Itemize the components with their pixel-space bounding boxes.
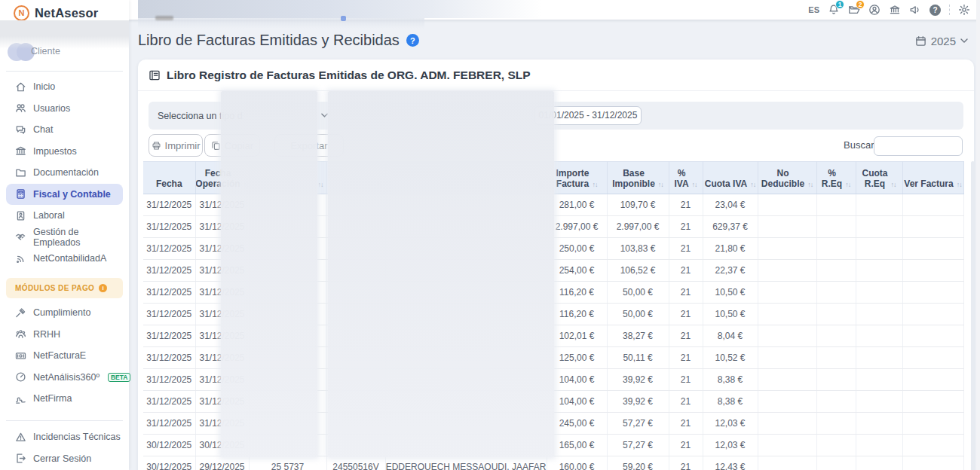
sidebar-item-chat[interactable]: Chat — [0, 119, 129, 141]
sidebar-item-usuarios[interactable]: Usuarios — [0, 98, 129, 120]
sidebar-item-netanalisis360[interactable]: NetAnálisis360º BETA — [0, 367, 129, 389]
language-selector[interactable]: ES — [808, 5, 819, 14]
sort-icon[interactable]: ↑↓ — [957, 180, 962, 189]
documents-folder-icon[interactable]: 2 — [848, 4, 860, 16]
table-cell — [758, 347, 816, 369]
sidebar-item-laboral[interactable]: Laboral — [0, 205, 129, 227]
column-header-cuota-iva[interactable]: Cuota IVA↑↓ — [703, 162, 758, 194]
sidebar-item-inicio[interactable]: Inicio — [0, 76, 129, 98]
sidebar-item-netfacturae[interactable]: NetFacturaE — [0, 345, 129, 367]
table-cell — [758, 391, 816, 413]
table-cell — [902, 347, 963, 369]
sidebar-item-netcontabilidada[interactable]: NetContabilidadA — [0, 248, 129, 270]
redaction-overlay-topbar — [138, 0, 558, 18]
table-cell — [902, 435, 963, 456]
sidebar-item-documentacion[interactable]: Documentación — [0, 162, 129, 184]
brand-logo[interactable]: N NetAsesor — [0, 0, 129, 21]
column-header-pct-req[interactable]: %R.Eq↑↓ — [816, 162, 856, 194]
notifications-bell-icon[interactable]: 1 — [828, 4, 840, 16]
table-cell — [816, 347, 856, 369]
sort-icon[interactable]: ↑↓ — [593, 180, 598, 189]
page-help-icon[interactable]: ? — [406, 34, 419, 47]
column-header-no-deducible[interactable]: NoDeducible↑↓ — [758, 162, 816, 194]
sidebar-item-label: Gestión de Empleados — [33, 227, 123, 248]
sidebar-item-cerrar-sesion[interactable]: Cerrar Sesión — [0, 448, 129, 470]
table-row[interactable]: 30/12/202529/12/202525 573724550516VEDDE… — [143, 456, 963, 470]
netasesor-logo-icon: N — [14, 5, 29, 21]
column-header-importe-factura[interactable]: ImporteFactura↑↓ — [547, 162, 607, 194]
sidebar-item-cumplimiento[interactable]: Cumplimiento — [0, 302, 129, 324]
modules-info-icon[interactable]: i — [99, 284, 107, 292]
beta-badge: BETA — [108, 373, 131, 382]
column-header-ver-factura[interactable]: Ver Factura↑↓ — [902, 162, 963, 194]
table-cell — [856, 238, 902, 260]
table-cell: 21 — [669, 347, 703, 369]
table-cell: 125,00 € — [547, 347, 607, 369]
table-cell — [856, 216, 902, 238]
sidebar-item-label: Cerrar Sesión — [33, 453, 91, 464]
sidebar-item-netfirma[interactable]: NetFirma — [0, 388, 129, 410]
sidebar-item-incidencias-tecnicas[interactable]: Incidencias Técnicas — [0, 426, 129, 448]
print-button[interactable]: Imprimir — [149, 134, 203, 157]
sidebar-item-gestion-de-empleados[interactable]: Gestión de Empleados — [0, 227, 129, 249]
sidebar-item-label: Documentación — [33, 167, 99, 178]
help-icon[interactable]: ? — [929, 5, 941, 16]
sidebar-item-label: Inicio — [33, 81, 55, 92]
table-cell: 2.997,00 € — [607, 216, 669, 238]
sort-icon[interactable]: ↑↓ — [658, 180, 663, 189]
bank-institution-icon[interactable] — [889, 4, 901, 16]
table-cell — [758, 325, 816, 347]
announcements-icon[interactable] — [909, 4, 921, 16]
sidebar-item-fiscal-y-contable[interactable]: Fiscal y Contable — [6, 184, 123, 206]
column-header-base-imponible[interactable]: BaseImponible↑↓ — [607, 162, 669, 194]
settings-gear-icon[interactable] — [958, 4, 970, 16]
table-cell: 8,38 € — [703, 391, 758, 413]
table-cell: 31/12/2025 — [143, 238, 195, 260]
search-input[interactable] — [874, 136, 963, 156]
sidebar-item-impuestos[interactable]: Impuestos — [0, 141, 129, 163]
sort-icon[interactable]: ↑↓ — [807, 180, 813, 189]
table-cell — [902, 325, 963, 347]
sidebar-item-rrhh[interactable]: RRHH — [0, 324, 129, 346]
table-scrollbar[interactable] — [971, 161, 975, 470]
sidebar-modules: Cumplimiento RRHH NetFacturaE NetAnálisi… — [0, 302, 129, 410]
table-cell — [816, 238, 856, 260]
sidebar-item-label: NetFacturaE — [33, 350, 86, 361]
gauge-icon — [15, 371, 26, 383]
page-scrollbar[interactable] — [976, 0, 980, 470]
calculator-icon — [15, 188, 26, 200]
sidebar-item-label: Impuestos — [33, 146, 77, 157]
blur-artifact — [341, 16, 346, 21]
sort-icon[interactable]: ↑↓ — [891, 180, 896, 189]
table-cell — [758, 456, 816, 470]
table-cell — [902, 456, 963, 470]
table-cell — [816, 304, 856, 325]
table-cell — [856, 435, 902, 456]
page-title-row: Libro de Facturas Emitidas y Recibidas ? — [138, 32, 419, 49]
sort-icon[interactable]: ↑↓ — [750, 180, 755, 189]
card-title: Libro Registro de Facturas Emitidas de O… — [167, 69, 531, 82]
table-cell — [856, 391, 902, 413]
table-cell — [816, 413, 856, 435]
sort-icon[interactable]: ↑↓ — [692, 180, 697, 189]
table-cell: 21 — [669, 282, 703, 304]
year-selector[interactable]: 2025 — [915, 35, 968, 47]
signal-icon — [15, 253, 26, 264]
table-cell: 21 — [669, 369, 703, 391]
sort-icon[interactable]: ↑↓ — [318, 180, 323, 189]
table-cell: 254,00 € — [547, 260, 607, 282]
table-cell: 21,80 € — [703, 238, 758, 260]
modules-de-pago-header: MÓDULOS DE PAGO i — [6, 278, 123, 298]
table-cell: 57,27 € — [607, 435, 669, 456]
table-cell — [902, 369, 963, 391]
table-cell: 31/12/2025 — [143, 216, 195, 238]
table-cell: 29/12/2025 — [195, 456, 249, 470]
sidebar-item-label: NetFirma — [33, 393, 72, 404]
sort-icon[interactable]: ↑↓ — [845, 180, 850, 189]
table-cell: 116,20 € — [547, 282, 607, 304]
table-cell — [856, 456, 902, 470]
table-cell — [816, 216, 856, 238]
column-header-cuota-req[interactable]: CuotaR.Eq↑↓ — [856, 162, 902, 194]
user-profile-icon[interactable] — [868, 4, 880, 16]
column-header-pct-iva[interactable]: %IVA↑↓ — [669, 162, 703, 194]
